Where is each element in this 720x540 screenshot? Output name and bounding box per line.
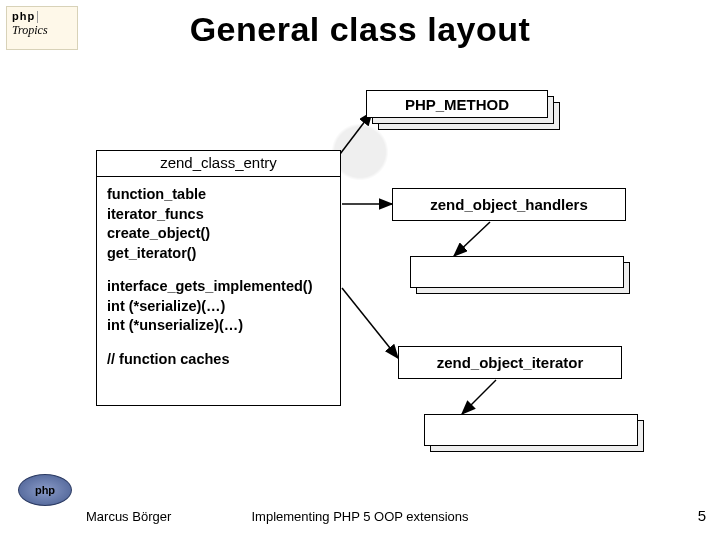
svg-line-5 <box>462 380 496 414</box>
handlers-stack-top <box>410 256 624 288</box>
svg-line-4 <box>342 288 398 358</box>
zce-member: get_iterator() <box>107 244 330 264</box>
zend-class-entry-header: zend_class_entry <box>97 151 340 177</box>
zend-class-entry-body: function_table iterator_funcs create_obj… <box>97 177 340 380</box>
zce-member: function_table <box>107 185 330 205</box>
zce-member: int (*unserialize)(…) <box>107 316 330 336</box>
zend-object-iterator-label: zend_object_iterator <box>437 354 584 371</box>
php-method-box: PHP_METHOD <box>366 90 548 118</box>
diagram-area: PHP_METHOD zend_class_entry function_tab… <box>0 90 720 490</box>
zce-member: int (*serialize)(…) <box>107 297 330 317</box>
page-title: General class layout <box>0 10 720 49</box>
zend-object-handlers-label: zend_object_handlers <box>430 196 588 213</box>
php-elephant-icon: php <box>18 474 72 506</box>
svg-line-3 <box>454 222 490 256</box>
zce-member: // function caches <box>107 350 330 370</box>
iterator-stack-top <box>424 414 638 446</box>
zend-object-iterator-box: zend_object_iterator <box>398 346 622 379</box>
zce-member: create_object() <box>107 224 330 244</box>
zend-object-handlers-box: zend_object_handlers <box>392 188 626 221</box>
php-elephant-text: php <box>35 484 55 496</box>
php-method-label: PHP_METHOD <box>405 96 509 113</box>
zend-class-entry-box: zend_class_entry function_table iterator… <box>96 150 341 406</box>
footer-page-number: 5 <box>698 507 706 524</box>
zce-member: interface_gets_implemented() <box>107 277 330 297</box>
footer-subtitle: Implementing PHP 5 OOP extensions <box>0 509 720 524</box>
zce-member: iterator_funcs <box>107 205 330 225</box>
